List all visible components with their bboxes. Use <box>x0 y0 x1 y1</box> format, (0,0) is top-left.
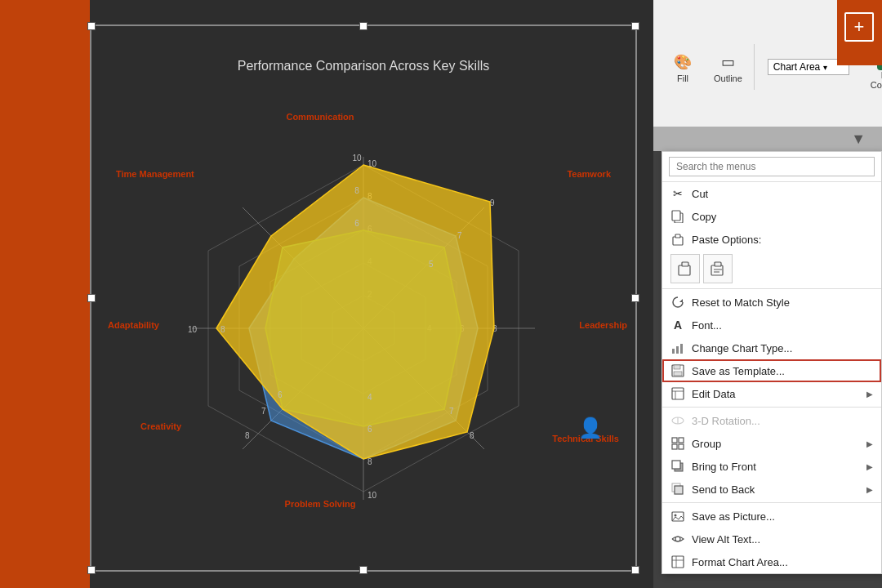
svg-text:4: 4 <box>368 393 372 402</box>
label-adaptability: Adaptability <box>108 320 159 330</box>
filter-row: ▼ <box>653 127 882 151</box>
chart-container[interactable]: Performance Comparison Across Key Skills <box>90 24 637 572</box>
label-time-management: Time Management <box>116 169 194 179</box>
svg-rect-54 <box>680 344 683 354</box>
filter-icon[interactable]: ▼ <box>851 131 866 148</box>
svg-text:10: 10 <box>188 325 198 334</box>
svg-rect-74 <box>672 556 684 568</box>
handle-tm[interactable] <box>359 22 368 30</box>
svg-text:10: 10 <box>352 154 362 163</box>
menu-item-save-as-picture[interactable]: Save as Picture... <box>662 505 881 528</box>
svg-rect-53 <box>676 346 679 354</box>
save-as-template-label: Save as Template... <box>692 365 785 377</box>
outline-label: Outline <box>714 74 742 83</box>
handle-mr[interactable] <box>631 294 639 302</box>
menu-item-bring-to-front[interactable]: Bring to Front ▶ <box>662 455 881 478</box>
svg-text:6: 6 <box>354 219 359 228</box>
group-arrow: ▶ <box>866 439 873 448</box>
reset-style-label: Reset to Match Style <box>692 296 790 309</box>
paste-btn-1[interactable] <box>670 254 700 283</box>
label-leadership: Leadership <box>579 320 627 330</box>
save-as-picture-icon <box>670 509 685 523</box>
chart-area-label: Chart Area <box>773 61 820 73</box>
menu-item-paste-header: Paste Options: <box>662 228 881 251</box>
menu-item-send-to-back[interactable]: Send to Back ▶ <box>662 478 881 501</box>
top-right-accent: + <box>837 0 882 65</box>
svg-text:8: 8 <box>220 325 225 334</box>
menu-item-format-chart-area[interactable]: Format Chart Area... <box>662 550 881 573</box>
label-creativity: Creativity <box>140 421 181 431</box>
chart-title: Performance Comparison Across Key Skills <box>238 59 490 74</box>
svg-rect-57 <box>674 372 682 376</box>
menu-item-3d-rotation: 3-D Rotation... <box>662 409 881 432</box>
edit-data-label: Edit Data <box>692 388 735 400</box>
fill-button[interactable]: 🎨 Fill <box>665 47 701 87</box>
svg-text:7: 7 <box>449 407 454 416</box>
menu-item-view-alt-text[interactable]: View Alt Text... <box>662 528 881 550</box>
handle-bm[interactable] <box>359 566 368 574</box>
3d-rotation-icon <box>670 413 685 428</box>
menu-item-change-chart-type[interactable]: Change Chart Type... <box>662 336 881 359</box>
handle-ml[interactable] <box>87 294 96 302</box>
context-menu: ✂ Cut Copy Paste Options: Reset to Match… <box>662 151 882 574</box>
edit-data-arrow: ▶ <box>866 390 873 399</box>
svg-text:8: 8 <box>368 457 372 466</box>
handle-br[interactable] <box>631 566 639 574</box>
svg-rect-68 <box>672 461 680 469</box>
handle-tr[interactable] <box>631 22 639 30</box>
svg-rect-64 <box>679 438 684 443</box>
handle-tl[interactable] <box>87 22 96 30</box>
svg-text:7: 7 <box>457 231 462 240</box>
menu-item-font[interactable]: A Font... <box>662 314 881 336</box>
menu-item-edit-data[interactable]: Edit Data ▶ <box>662 382 881 405</box>
menu-item-reset-style[interactable]: Reset to Match Style <box>662 291 881 314</box>
separator-3 <box>662 502 881 503</box>
dropdown-arrow: ▾ <box>823 63 827 72</box>
menu-search-container <box>662 152 881 182</box>
menu-item-copy[interactable]: Copy <box>662 205 881 228</box>
group-icon <box>670 436 685 451</box>
menu-item-save-as-template[interactable]: Save as Template... <box>662 359 881 382</box>
svg-text:9: 9 <box>490 198 495 207</box>
outline-icon: ▭ <box>716 51 739 74</box>
bring-to-front-arrow: ▶ <box>866 462 873 471</box>
label-problem-solving: Problem Solving <box>285 499 356 509</box>
separator-1 <box>662 288 881 289</box>
font-icon: A <box>670 318 685 332</box>
cut-label: Cut <box>692 188 708 200</box>
edit-data-icon <box>670 386 685 401</box>
plus-button[interactable]: + <box>844 12 874 42</box>
menu-item-cut[interactable]: ✂ Cut <box>662 182 881 205</box>
send-to-back-arrow: ▶ <box>866 485 873 494</box>
separator-2 <box>662 407 881 408</box>
paste-options-row <box>662 251 881 287</box>
view-alt-text-icon <box>670 532 685 546</box>
slide-area: Performance Comparison Across Key Skills <box>0 0 653 588</box>
paste-options-label: Paste Options: <box>692 234 761 246</box>
save-as-picture-label: Save as Picture... <box>692 510 775 523</box>
label-communication: Communication <box>286 112 354 122</box>
copy-label: Copy <box>692 211 716 223</box>
svg-text:8: 8 <box>470 431 474 440</box>
radar-chart: 2 4 6 8 10 4 6 8 10 <box>135 83 592 541</box>
change-chart-type-label: Change Chart Type... <box>692 342 792 354</box>
fill-label: Fill <box>677 74 688 83</box>
outline-button[interactable]: ▭ Outline <box>707 47 749 87</box>
format-chart-area-label: Format Chart Area... <box>692 556 788 568</box>
svg-rect-66 <box>679 444 684 449</box>
paste-btn-2[interactable] <box>703 254 733 283</box>
new-comment-label: NewComment <box>871 70 882 90</box>
svg-marker-51 <box>679 299 683 302</box>
fill-icon: 🎨 <box>671 51 694 74</box>
svg-rect-65 <box>672 444 677 449</box>
svg-rect-47 <box>711 265 723 275</box>
menu-item-group[interactable]: Group ▶ <box>662 432 881 455</box>
copy-icon <box>670 209 685 224</box>
svg-text:8: 8 <box>354 186 359 195</box>
handle-bl[interactable] <box>87 566 96 574</box>
svg-rect-56 <box>674 365 680 369</box>
group-label: Group <box>692 438 721 450</box>
svg-rect-42 <box>672 211 680 220</box>
menu-search-input[interactable] <box>669 157 875 176</box>
format-chart-area-icon <box>670 555 685 569</box>
